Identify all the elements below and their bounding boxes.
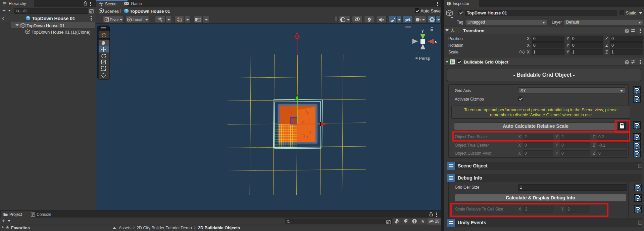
svg-text:y: y bbox=[422, 28, 424, 33]
svg-text:Persp: Persp bbox=[419, 56, 430, 61]
svg-text:?: ? bbox=[626, 61, 628, 64]
svg-text:Y: Y bbox=[160, 20, 162, 22]
svg-text:x: x bbox=[435, 39, 437, 44]
svg-text:?: ? bbox=[626, 29, 628, 33]
